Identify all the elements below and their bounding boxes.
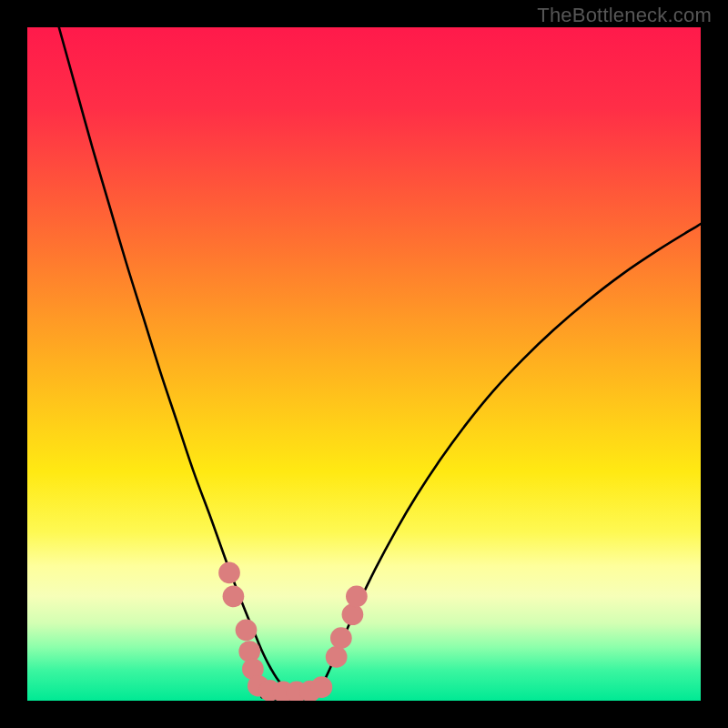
data-marker: [342, 603, 364, 625]
data-marker: [218, 562, 240, 584]
data-marker: [326, 646, 348, 668]
data-marker: [223, 585, 245, 607]
chart-frame: TheBottleneck.com: [0, 0, 728, 728]
data-marker: [236, 619, 258, 641]
watermark-text: TheBottleneck.com: [537, 4, 712, 27]
data-marker: [330, 627, 352, 649]
data-markers: [27, 27, 701, 701]
data-marker: [346, 585, 368, 607]
plot-area: [27, 27, 701, 701]
data-marker: [311, 676, 333, 698]
